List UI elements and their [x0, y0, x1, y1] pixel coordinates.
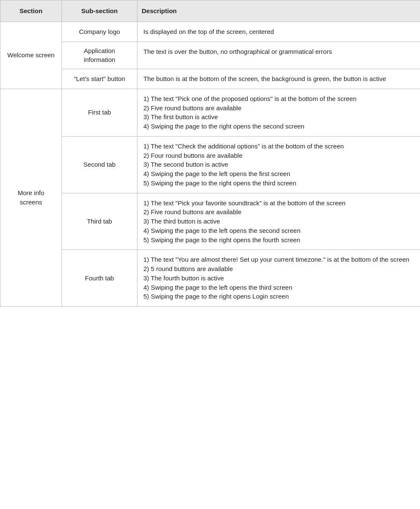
- table-row: "Let's start" buttonThe button is at the…: [0, 69, 420, 89]
- header-section: Section: [0, 0, 62, 22]
- subsection-cell: "Let's start" button: [62, 69, 137, 89]
- description-cell: 1) The text "Check the additional option…: [137, 136, 420, 193]
- table-row: Third tab1) The text "Pick your favorite…: [0, 193, 420, 250]
- header-description: Description: [137, 0, 420, 22]
- header-row: Section Sub-section Description: [0, 0, 420, 22]
- description-cell: The button is at the bottom of the scree…: [137, 69, 420, 89]
- table-row: Welcome screenCompany logoIs displayed o…: [0, 22, 420, 42]
- description-cell: 1) The text "You are almost there! Set u…: [137, 250, 420, 307]
- table-row: Fourth tab1) The text "You are almost th…: [0, 250, 420, 307]
- subsection-cell: Fourth tab: [62, 250, 137, 307]
- section-cell: Welcome screen: [0, 22, 62, 89]
- description-cell: 1) The text "Pick one of the proposed op…: [137, 89, 420, 136]
- description-cell: Is displayed on the top of the screen, c…: [137, 22, 420, 42]
- subsection-cell: Application information: [62, 42, 137, 69]
- subsection-cell: Company logo: [62, 22, 137, 42]
- description-cell: 1) The text "Pick your favorite soundtra…: [137, 193, 420, 250]
- table-row: More info screensFirst tab1) The text "P…: [0, 89, 420, 136]
- subsection-cell: First tab: [62, 89, 137, 136]
- subsection-cell: Third tab: [62, 193, 137, 250]
- subsection-cell: Second tab: [62, 136, 137, 193]
- main-table: Section Sub-section Description Welcome …: [0, 0, 420, 307]
- header-subsection: Sub-section: [62, 0, 137, 22]
- table-row: Second tab1) The text "Check the additio…: [0, 136, 420, 193]
- table-row: Application informationThe text is over …: [0, 42, 420, 69]
- description-cell: The text is over the button, no orthogra…: [137, 42, 420, 69]
- section-cell: More info screens: [0, 89, 62, 306]
